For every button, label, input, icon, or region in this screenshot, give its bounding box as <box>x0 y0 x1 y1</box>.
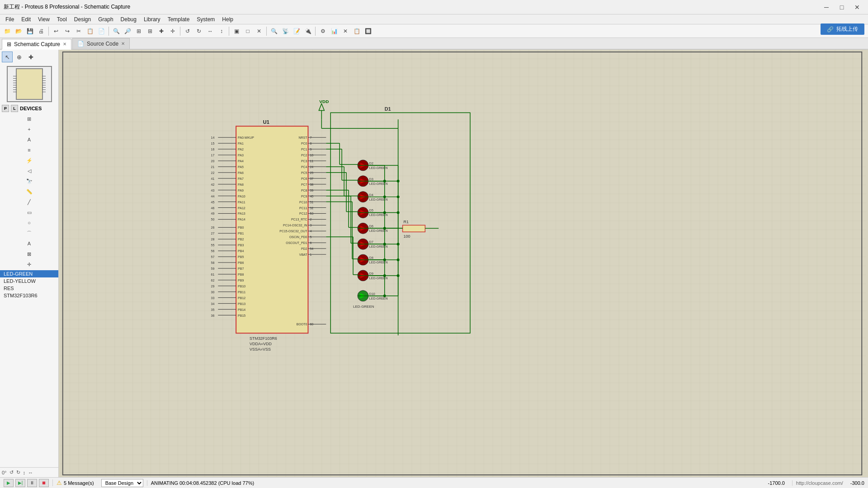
svg-text:15: 15 <box>211 142 215 145</box>
menu-item-tool[interactable]: Tool <box>53 15 71 23</box>
schematic-tab-close[interactable]: ✕ <box>63 42 66 47</box>
deselect-button[interactable]: □ <box>242 26 253 37</box>
drc-button[interactable]: ⚙ <box>317 26 328 37</box>
select-all-button[interactable]: ▣ <box>231 26 242 37</box>
menu-item-help[interactable]: Help <box>218 15 237 23</box>
tab-source-code[interactable]: 📄 Source Code ✕ <box>72 38 130 49</box>
flip-btn[interactable]: ↕ <box>23 470 26 475</box>
svg-text:59: 59 <box>211 267 215 270</box>
pan-button[interactable]: ✛ <box>167 26 178 37</box>
symbol-btn[interactable]: ⊠ <box>24 249 34 259</box>
bom-button[interactable]: 📊 <box>329 26 340 37</box>
flip-h-button[interactable]: ↔ <box>205 26 216 37</box>
rotate-left-button[interactable]: ↺ <box>182 26 193 37</box>
2d-rect-btn[interactable]: ▭ <box>24 207 34 217</box>
wire-label-btn[interactable]: A <box>24 135 34 145</box>
redo-button[interactable]: ↪ <box>62 26 73 37</box>
source-tab-close[interactable]: ✕ <box>121 41 125 46</box>
2d-circle-btn[interactable]: ○ <box>24 218 34 228</box>
svg-text:29: 29 <box>211 285 215 288</box>
svg-text:D8: D8 <box>369 256 373 259</box>
pause-button[interactable]: ⏸ <box>27 479 37 487</box>
undo-button[interactable]: ↩ <box>51 26 61 37</box>
help-button[interactable]: 🔲 <box>363 26 373 37</box>
mode-l-button[interactable]: L <box>11 105 18 112</box>
port-btn[interactable]: ◁ <box>24 166 34 176</box>
flip-h-schematic-btn[interactable]: ↔ <box>28 470 33 475</box>
menu-item-file[interactable]: File <box>2 15 18 23</box>
rotate-right-button[interactable]: ↻ <box>193 26 204 37</box>
flip-v-button[interactable]: ↕ <box>216 26 227 37</box>
svg-text:PC11: PC11 <box>299 206 307 210</box>
preview-ic <box>16 68 43 100</box>
connect-upload-button[interactable]: 🔗 拓线上传 <box>821 23 864 35</box>
svg-text:PC3: PC3 <box>301 160 307 163</box>
probe-button[interactable]: 📡 <box>280 26 291 37</box>
component-mode-btn[interactable]: ⊞ <box>24 114 34 124</box>
zoom-out-button[interactable]: 🔎 <box>122 26 133 37</box>
tab-schematic[interactable]: ⊞ Schematic Capture ✕ <box>2 39 71 50</box>
2d-text-btn[interactable]: A <box>24 239 34 249</box>
export-button[interactable]: ✕ <box>340 26 351 37</box>
probe-tool-btn[interactable]: 🔭 <box>24 176 34 186</box>
device-item-res[interactable]: RES <box>0 285 58 292</box>
menu-item-edit[interactable]: Edit <box>18 15 34 23</box>
rotate-left-btn[interactable]: ↺ <box>9 469 14 475</box>
2d-line-btn[interactable]: ╱ <box>24 197 34 207</box>
rotation-area: 0° ↺ ↻ ↕ ↔ <box>0 467 58 477</box>
netlist-button[interactable]: 🔌 <box>302 26 313 37</box>
minimize-button[interactable]: ─ <box>819 3 834 12</box>
paste-button[interactable]: 📄 <box>96 26 107 37</box>
grid-button[interactable]: ⊞ <box>145 26 156 37</box>
save-button[interactable]: 💾 <box>24 26 35 37</box>
svg-text:46: 46 <box>211 206 215 210</box>
stop-button[interactable]: ⏹ <box>39 479 49 487</box>
zoom-in-button[interactable]: 🔍 <box>111 26 122 37</box>
annotate-button[interactable]: 📝 <box>291 26 302 37</box>
copy-button[interactable]: 📋 <box>85 26 95 37</box>
cut-button[interactable]: ✂ <box>73 26 84 37</box>
menu-item-view[interactable]: View <box>34 15 53 23</box>
power-btn[interactable]: ⚡ <box>24 155 34 165</box>
menu-item-library[interactable]: Library <box>140 15 164 23</box>
schematic-canvas-area[interactable]: VDD U1 14 PA0-WKUP 15 PA1 16 PA2 17 PA3 … <box>59 50 868 477</box>
device-item-stm32[interactable]: STM32F103R6 <box>0 292 58 299</box>
wire-tool-button[interactable]: ✚ <box>25 52 36 62</box>
bus-btn[interactable]: ≡ <box>24 145 34 155</box>
device-item-led-yellow[interactable]: LED-YELLOW <box>0 277 58 285</box>
2d-arc-btn[interactable]: ⌒ <box>24 228 34 238</box>
mode-p-button[interactable]: P <box>2 105 9 112</box>
design-selector[interactable]: Base Design <box>101 479 143 487</box>
device-item-led-green[interactable]: LED-GREEN <box>0 270 58 277</box>
origin-button[interactable]: ✚ <box>156 26 167 37</box>
delete-button[interactable]: ✕ <box>254 26 264 37</box>
select-tool-button[interactable]: ↖ <box>2 52 13 62</box>
menu-item-system[interactable]: System <box>193 15 218 23</box>
svg-text:PC7: PC7 <box>301 183 307 186</box>
svg-point-273 <box>397 196 400 198</box>
tape-btn[interactable]: 📏 <box>24 187 34 197</box>
maximize-button[interactable]: □ <box>835 3 849 12</box>
rotate-right-btn[interactable]: ↻ <box>16 469 20 475</box>
open-button[interactable]: 📂 <box>13 26 24 37</box>
svg-text:PC5: PC5 <box>301 171 307 174</box>
menu-item-graph[interactable]: Graph <box>94 15 117 23</box>
zoom-fit-button[interactable]: ⊞ <box>133 26 144 37</box>
component-tool-button[interactable]: ⊕ <box>14 52 24 62</box>
new-button[interactable]: 📁 <box>2 26 13 37</box>
step-button[interactable]: ▶| <box>15 479 25 487</box>
menu-item-design[interactable]: Design <box>71 15 94 23</box>
junction-btn[interactable]: + <box>24 124 34 134</box>
close-button[interactable]: ✕ <box>850 3 864 12</box>
import-button[interactable]: 📋 <box>351 26 362 37</box>
svg-text:PA11: PA11 <box>238 201 245 204</box>
play-button[interactable]: ▶ <box>4 479 14 487</box>
menu-item-template[interactable]: Template <box>164 15 193 23</box>
print-button[interactable]: 🖨 <box>36 26 47 37</box>
source-tab-label: Source Code <box>87 41 118 47</box>
svg-text:PC9: PC9 <box>301 195 307 198</box>
search-button[interactable]: 🔍 <box>269 26 279 37</box>
marker-btn[interactable]: ✛ <box>24 259 34 269</box>
svg-text:PB10: PB10 <box>238 285 245 288</box>
menu-item-debug[interactable]: Debug <box>117 15 140 23</box>
